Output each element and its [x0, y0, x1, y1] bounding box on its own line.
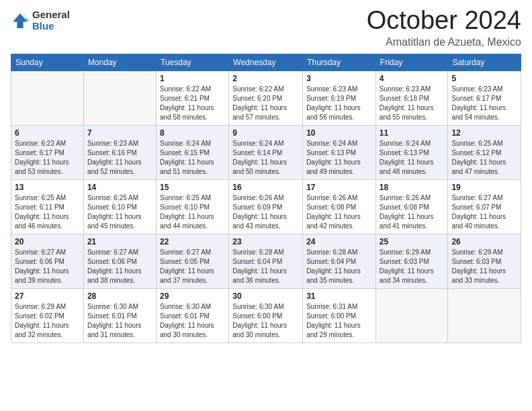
day-number: 30 [232, 291, 299, 301]
day-number: 13 [15, 183, 80, 192]
table-cell: 7Sunrise: 6:23 AMSunset: 6:16 PMDaylight… [83, 125, 156, 179]
day-number: 20 [15, 237, 80, 246]
day-number: 9 [232, 128, 299, 138]
table-cell: 21Sunrise: 6:27 AMSunset: 6:06 PMDayligh… [83, 234, 156, 288]
table-cell: 2Sunrise: 6:22 AMSunset: 6:20 PMDaylight… [229, 71, 303, 125]
day-detail: Sunrise: 6:31 AMSunset: 6:00 PMDaylight:… [306, 302, 372, 340]
day-detail: Sunrise: 6:24 AMSunset: 6:15 PMDaylight:… [160, 139, 225, 177]
table-cell: 11Sunrise: 6:24 AMSunset: 6:13 PMDayligh… [375, 125, 448, 179]
day-detail: Sunrise: 6:30 AMSunset: 6:00 PMDaylight:… [232, 302, 299, 340]
table-cell: 25Sunrise: 6:29 AMSunset: 6:03 PMDayligh… [375, 234, 448, 288]
day-detail: Sunrise: 6:23 AMSunset: 6:18 PMDaylight:… [380, 85, 445, 122]
table-cell: 10Sunrise: 6:24 AMSunset: 6:13 PMDayligh… [303, 125, 376, 179]
table-cell: 5Sunrise: 6:23 AMSunset: 6:17 PMDaylight… [448, 71, 521, 125]
table-cell: 1Sunrise: 6:22 AMSunset: 6:21 PMDaylight… [156, 71, 228, 125]
table-cell [375, 288, 448, 342]
table-cell: 3Sunrise: 6:23 AMSunset: 6:19 PMDaylight… [303, 71, 376, 125]
week-row-4: 20Sunrise: 6:27 AMSunset: 6:06 PMDayligh… [11, 234, 521, 288]
location-subtitle: Amatitlan de Azueta, Mexico [367, 36, 521, 48]
day-number: 16 [232, 183, 299, 192]
table-cell [11, 71, 84, 125]
day-detail: Sunrise: 6:27 AMSunset: 6:06 PMDaylight:… [87, 248, 152, 285]
day-number: 10 [306, 128, 372, 138]
table-cell: 13Sunrise: 6:25 AMSunset: 6:11 PMDayligh… [11, 179, 84, 234]
day-number: 28 [87, 291, 152, 301]
col-monday: Monday [83, 54, 156, 71]
day-detail: Sunrise: 6:23 AMSunset: 6:16 PMDaylight:… [87, 139, 152, 177]
table-cell: 12Sunrise: 6:25 AMSunset: 6:12 PMDayligh… [448, 125, 521, 179]
day-detail: Sunrise: 6:24 AMSunset: 6:14 PMDaylight:… [232, 139, 299, 177]
table-cell: 20Sunrise: 6:27 AMSunset: 6:06 PMDayligh… [11, 234, 84, 288]
day-number: 17 [306, 183, 372, 192]
day-number: 25 [380, 237, 445, 246]
table-cell: 24Sunrise: 6:28 AMSunset: 6:04 PMDayligh… [303, 234, 376, 288]
table-cell: 4Sunrise: 6:23 AMSunset: 6:18 PMDaylight… [375, 71, 448, 125]
day-detail: Sunrise: 6:24 AMSunset: 6:13 PMDaylight:… [380, 139, 445, 177]
day-number: 11 [380, 128, 445, 138]
table-cell: 30Sunrise: 6:30 AMSunset: 6:00 PMDayligh… [229, 288, 303, 342]
logo-general: General [32, 9, 70, 21]
day-number: 8 [160, 128, 225, 138]
table-cell [83, 71, 156, 125]
day-detail: Sunrise: 6:25 AMSunset: 6:10 PMDaylight:… [160, 193, 225, 231]
day-detail: Sunrise: 6:25 AMSunset: 6:12 PMDaylight:… [451, 139, 517, 177]
logo-blue: Blue [32, 21, 70, 32]
day-detail: Sunrise: 6:27 AMSunset: 6:07 PMDaylight:… [451, 193, 517, 231]
title-block: October 2024 Amatitlan de Azueta, Mexico [367, 7, 521, 48]
month-title: October 2024 [367, 7, 521, 35]
day-number: 12 [451, 128, 517, 138]
week-row-3: 13Sunrise: 6:25 AMSunset: 6:11 PMDayligh… [11, 179, 521, 234]
table-cell: 16Sunrise: 6:26 AMSunset: 6:09 PMDayligh… [229, 179, 303, 234]
day-number: 4 [380, 74, 445, 83]
day-number: 31 [306, 291, 372, 301]
table-cell: 28Sunrise: 6:30 AMSunset: 6:01 PMDayligh… [83, 288, 156, 342]
day-detail: Sunrise: 6:24 AMSunset: 6:13 PMDaylight:… [306, 139, 372, 177]
day-number: 6 [15, 128, 80, 138]
logo-text: General Blue [32, 9, 70, 32]
day-detail: Sunrise: 6:29 AMSunset: 6:02 PMDaylight:… [15, 302, 80, 340]
day-detail: Sunrise: 6:26 AMSunset: 6:08 PMDaylight:… [380, 193, 445, 231]
day-detail: Sunrise: 6:23 AMSunset: 6:19 PMDaylight:… [306, 85, 372, 122]
day-detail: Sunrise: 6:25 AMSunset: 6:11 PMDaylight:… [15, 193, 80, 231]
day-number: 1 [160, 74, 225, 83]
header: General Blue October 2024 Amatitlan de A… [11, 7, 521, 48]
table-cell: 27Sunrise: 6:29 AMSunset: 6:02 PMDayligh… [11, 288, 84, 342]
table-cell: 29Sunrise: 6:30 AMSunset: 6:01 PMDayligh… [156, 288, 228, 342]
table-cell: 19Sunrise: 6:27 AMSunset: 6:07 PMDayligh… [448, 179, 521, 234]
col-tuesday: Tuesday [156, 54, 228, 71]
day-number: 19 [451, 183, 517, 192]
day-number: 29 [160, 291, 225, 301]
day-detail: Sunrise: 6:26 AMSunset: 6:08 PMDaylight:… [306, 193, 372, 231]
day-detail: Sunrise: 6:30 AMSunset: 6:01 PMDaylight:… [160, 302, 225, 340]
day-number: 3 [306, 74, 372, 83]
page: General Blue October 2024 Amatitlan de A… [0, 0, 532, 411]
day-number: 5 [451, 74, 517, 83]
col-saturday: Saturday [448, 54, 521, 71]
logo: General Blue [11, 9, 70, 32]
day-number: 7 [87, 128, 152, 138]
col-friday: Friday [375, 54, 448, 71]
day-detail: Sunrise: 6:23 AMSunset: 6:17 PMDaylight:… [451, 85, 517, 122]
day-number: 24 [306, 237, 372, 246]
week-row-1: 1Sunrise: 6:22 AMSunset: 6:21 PMDaylight… [11, 71, 521, 125]
table-cell: 23Sunrise: 6:28 AMSunset: 6:04 PMDayligh… [229, 234, 303, 288]
table-cell: 6Sunrise: 6:23 AMSunset: 6:17 PMDaylight… [11, 125, 84, 179]
day-number: 26 [451, 237, 517, 246]
table-cell: 9Sunrise: 6:24 AMSunset: 6:14 PMDaylight… [229, 125, 303, 179]
day-detail: Sunrise: 6:23 AMSunset: 6:17 PMDaylight:… [15, 139, 80, 177]
day-detail: Sunrise: 6:22 AMSunset: 6:21 PMDaylight:… [160, 85, 225, 122]
day-number: 2 [232, 74, 299, 83]
day-number: 22 [160, 237, 225, 246]
table-cell: 15Sunrise: 6:25 AMSunset: 6:10 PMDayligh… [156, 179, 228, 234]
day-number: 27 [15, 291, 80, 301]
table-cell: 8Sunrise: 6:24 AMSunset: 6:15 PMDaylight… [156, 125, 228, 179]
day-detail: Sunrise: 6:27 AMSunset: 6:05 PMDaylight:… [160, 248, 225, 285]
calendar-table: Sunday Monday Tuesday Wednesday Thursday… [11, 54, 521, 343]
table-cell: 26Sunrise: 6:29 AMSunset: 6:03 PMDayligh… [448, 234, 521, 288]
day-number: 21 [87, 237, 152, 246]
table-cell: 31Sunrise: 6:31 AMSunset: 6:00 PMDayligh… [303, 288, 376, 342]
day-detail: Sunrise: 6:29 AMSunset: 6:03 PMDaylight:… [380, 248, 445, 285]
table-cell [448, 288, 521, 342]
day-number: 15 [160, 183, 225, 192]
week-row-5: 27Sunrise: 6:29 AMSunset: 6:02 PMDayligh… [11, 288, 521, 342]
